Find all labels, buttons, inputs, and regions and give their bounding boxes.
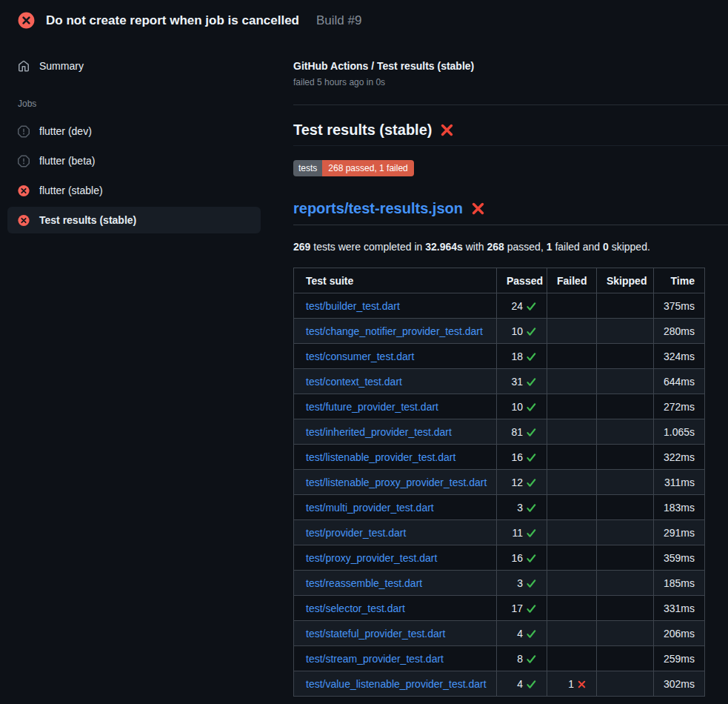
test-suite-cell: test/value_listenable_provider_test.dart xyxy=(294,671,497,697)
failed-cell xyxy=(547,394,597,419)
time-cell: 324ms xyxy=(654,344,705,369)
test-suite-cell: test/listenable_provider_test.dart xyxy=(294,445,497,470)
check-icon xyxy=(526,376,537,388)
test-suite-link[interactable]: test/stream_provider_test.dart xyxy=(306,653,444,665)
skipped-cell xyxy=(597,470,654,495)
passed-cell: 17 xyxy=(497,596,547,621)
table-row: test/stateful_provider_test.dart4206ms xyxy=(294,621,705,646)
failed-cell xyxy=(547,520,597,545)
failed-cell xyxy=(547,319,597,344)
badge-value: 268 passed, 1 failed xyxy=(322,160,413,176)
failed-cell xyxy=(547,621,597,646)
passed-cell: 18 xyxy=(497,344,547,369)
table-row: test/provider_test.dart11291ms xyxy=(294,520,705,545)
test-suite-link[interactable]: test/change_notifier_provider_test.dart xyxy=(306,325,483,337)
skipped-cell xyxy=(597,671,654,697)
check-icon xyxy=(526,351,537,362)
check-icon xyxy=(526,452,537,463)
table-row: test/value_listenable_provider_test.dart… xyxy=(294,671,705,697)
time-cell: 311ms xyxy=(654,470,705,495)
report-file-link[interactable]: reports/test-results.json xyxy=(293,200,463,217)
x-icon xyxy=(471,202,485,216)
passed-cell: 10 xyxy=(497,394,547,419)
skipped-cell xyxy=(597,445,654,470)
table-row: test/stream_provider_test.dart8259ms xyxy=(294,646,705,671)
test-suite-link[interactable]: test/listenable_provider_test.dart xyxy=(306,451,455,463)
skipped-cell xyxy=(597,571,654,596)
test-suite-link[interactable]: test/inherited_provider_test.dart xyxy=(306,426,452,438)
sidebar-item-label: Test results (stable) xyxy=(39,214,136,226)
test-suite-link[interactable]: test/context_test.dart xyxy=(306,376,402,388)
table-header-row: Test suitePassedFailedSkippedTime xyxy=(294,268,705,293)
failed-cell xyxy=(547,344,597,369)
test-suite-link[interactable]: test/listenable_proxy_provider_test.dart xyxy=(306,476,487,488)
test-suite-link[interactable]: test/provider_test.dart xyxy=(306,527,406,539)
x-circle-icon xyxy=(18,214,30,226)
passed-cell: 81 xyxy=(497,419,547,445)
jobs-section-heading: Jobs xyxy=(18,99,261,109)
test-suite-link[interactable]: test/selector_test.dart xyxy=(306,602,405,614)
sidebar-item-job[interactable]: flutter (dev) xyxy=(7,118,261,145)
test-suite-cell: test/stream_provider_test.dart xyxy=(294,646,497,671)
test-suite-link[interactable]: test/stateful_provider_test.dart xyxy=(306,628,445,640)
check-icon xyxy=(526,301,537,312)
table-row: test/selector_test.dart17331ms xyxy=(294,596,705,621)
section-title: Test results (stable) xyxy=(293,122,432,139)
test-suite-link[interactable]: test/builder_test.dart xyxy=(306,300,400,312)
test-suite-cell: test/future_provider_test.dart xyxy=(294,394,497,419)
sidebar-item-summary[interactable]: Summary xyxy=(7,53,261,79)
passed-cell: 10 xyxy=(497,319,547,344)
skipped-cell xyxy=(597,369,654,394)
sidebar-item-job[interactable]: Test results (stable) xyxy=(7,207,261,233)
test-suite-cell: test/listenable_proxy_provider_test.dart xyxy=(294,470,497,495)
test-suite-link[interactable]: test/future_provider_test.dart xyxy=(306,401,438,413)
sidebar-item-label: flutter (beta) xyxy=(39,155,95,167)
test-suite-link[interactable]: test/multi_provider_test.dart xyxy=(306,502,434,514)
column-header-time: Time xyxy=(654,268,705,293)
table-row: test/future_provider_test.dart10272ms xyxy=(294,394,705,419)
passed-count: 17 xyxy=(511,602,523,614)
passed-count: 18 xyxy=(511,351,523,362)
test-suite-cell: test/stateful_provider_test.dart xyxy=(294,621,497,646)
test-suite-cell: test/builder_test.dart xyxy=(294,293,497,319)
build-header: Do not create report when job is cancell… xyxy=(0,0,728,38)
column-header-test-suite: Test suite xyxy=(294,268,497,293)
section-heading: Test results (stable) xyxy=(293,122,728,146)
test-suite-link[interactable]: test/proxy_provider_test.dart xyxy=(306,552,437,564)
report-heading: reports/test-results.json xyxy=(293,200,728,225)
test-suite-cell: test/change_notifier_provider_test.dart xyxy=(294,319,497,344)
table-row: test/inherited_provider_test.dart811.065… xyxy=(294,419,705,445)
test-suite-link[interactable]: test/consumer_test.dart xyxy=(306,351,414,362)
sidebar-item-job[interactable]: flutter (stable) xyxy=(7,177,261,204)
badge-label: tests xyxy=(293,160,322,176)
check-icon xyxy=(526,477,537,488)
time-cell: 375ms xyxy=(654,293,705,319)
skipped-cell xyxy=(597,545,654,571)
check-icon xyxy=(526,654,537,665)
table-row: test/listenable_proxy_provider_test.dart… xyxy=(294,470,705,495)
test-suite-link[interactable]: test/reassemble_test.dart xyxy=(306,577,422,589)
passed-count: 8 xyxy=(517,653,523,665)
time-cell: 644ms xyxy=(654,369,705,394)
failed-cell xyxy=(547,571,597,596)
test-suite-link[interactable]: test/value_listenable_provider_test.dart xyxy=(306,678,487,690)
test-summary-line: 269 tests were completed in 32.964s with… xyxy=(293,241,728,253)
sidebar-item-label: Summary xyxy=(39,60,84,72)
passed-count: 4 xyxy=(517,628,523,640)
skipped-cell xyxy=(597,621,654,646)
check-run-name: GitHub Actions / Test results (stable) xyxy=(293,60,728,72)
build-number: Build #9 xyxy=(316,13,361,28)
table-row: test/listenable_provider_test.dart16322m… xyxy=(294,445,705,470)
passed-count: 4 xyxy=(517,678,523,690)
tests-badge: tests 268 passed, 1 failed xyxy=(293,160,414,176)
passed-count: 12 xyxy=(511,476,523,488)
failed-cell xyxy=(547,293,597,319)
divider xyxy=(293,104,728,105)
passed-count: 16 xyxy=(511,552,523,564)
skipped-cell xyxy=(597,495,654,520)
sidebar-item-job[interactable]: flutter (beta) xyxy=(7,147,261,174)
sidebar-item-label: flutter (dev) xyxy=(39,125,92,137)
results-table-body: test/builder_test.dart24375mstest/change… xyxy=(294,293,705,697)
test-suite-cell: test/reassemble_test.dart xyxy=(294,571,497,596)
time-cell: 322ms xyxy=(654,445,705,470)
